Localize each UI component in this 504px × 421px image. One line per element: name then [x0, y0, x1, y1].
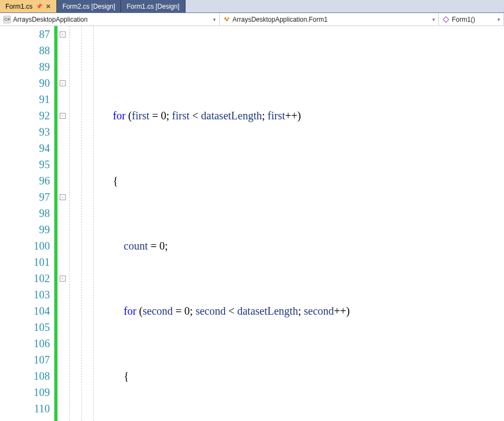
- line-number: 89: [0, 59, 50, 75]
- fold-toggle[interactable]: -: [60, 80, 66, 86]
- indent-guides: [67, 26, 84, 421]
- fold-row: [58, 42, 67, 59]
- line-number: 105: [0, 319, 50, 335]
- line-number: 91: [0, 91, 50, 107]
- fold-row: [58, 221, 67, 238]
- fold-row: [58, 238, 67, 254]
- fold-row: [58, 384, 67, 400]
- line-number: 95: [0, 156, 50, 173]
- fold-row: [58, 205, 67, 221]
- line-number: 107: [0, 352, 50, 368]
- fold-row: [58, 303, 67, 319]
- fold-row: [58, 140, 67, 156]
- chevron-down-icon: ▾: [497, 17, 500, 22]
- line-number: 102: [0, 270, 50, 286]
- member-label: Form1(): [452, 16, 475, 23]
- line-number: 90: [0, 75, 50, 91]
- fold-toggle[interactable]: -: [60, 31, 66, 37]
- fold-row: -: [58, 107, 67, 124]
- line-number: 101: [0, 254, 50, 270]
- code-line[interactable]: {: [69, 368, 504, 384]
- line-number: 88: [0, 42, 50, 59]
- line-number: 108: [0, 368, 50, 384]
- line-number: 87: [0, 26, 50, 42]
- type-label: ArraysDesktopApplication.Form1: [233, 16, 328, 23]
- svg-rect-1: [226, 19, 228, 21]
- fold-column: -----: [58, 26, 67, 421]
- fold-row: [58, 400, 67, 417]
- code-line[interactable]: for (first = 0; first < datasetLength; f…: [69, 107, 504, 124]
- code-editor[interactable]: 8788899091929394959697989910010110210310…: [0, 26, 504, 421]
- line-number: 92: [0, 107, 50, 124]
- fold-row: [58, 59, 67, 75]
- fold-row: [58, 124, 67, 140]
- fold-row: -: [58, 189, 67, 205]
- svg-rect-2: [227, 17, 229, 19]
- tab-label: Form2.cs [Design]: [62, 3, 115, 10]
- chevron-down-icon: ▾: [432, 17, 435, 22]
- line-number: 100: [0, 238, 50, 254]
- line-number: 96: [0, 173, 50, 189]
- line-number: 110: [0, 400, 50, 417]
- line-number: 104: [0, 303, 50, 319]
- fold-toggle[interactable]: -: [60, 276, 66, 282]
- fold-toggle[interactable]: -: [60, 113, 66, 119]
- close-icon[interactable]: ✕: [46, 3, 51, 10]
- pin-icon[interactable]: 📌: [36, 3, 42, 9]
- tab-label: Form1.cs [Design]: [126, 3, 179, 10]
- line-number: 97: [0, 189, 50, 205]
- line-number: 99: [0, 221, 50, 238]
- scope-label: ArraysDesktopApplication: [13, 16, 87, 23]
- line-number-gutter: 8788899091929394959697989910010110210310…: [0, 26, 54, 421]
- code-line[interactable]: {: [69, 173, 504, 189]
- fold-toggle[interactable]: -: [60, 194, 66, 200]
- fold-row: [58, 286, 67, 303]
- type-dropdown[interactable]: ArraysDesktopApplication.Form1 ▾: [220, 13, 439, 25]
- fold-row: [58, 368, 67, 384]
- tab-label: Form1.cs: [5, 3, 33, 10]
- line-number: 106: [0, 335, 50, 352]
- code-area[interactable]: for (first = 0; first < datasetLength; f…: [67, 26, 504, 421]
- fold-row: -: [58, 26, 67, 42]
- code-line[interactable]: for (second = 0; second < datasetLength;…: [69, 303, 504, 319]
- fold-row: [58, 352, 67, 368]
- method-icon: [442, 16, 450, 23]
- fold-row: -: [58, 270, 67, 286]
- tab-bar: Form1.cs 📌 ✕ Form2.cs [Design] Form1.cs …: [0, 0, 504, 13]
- code-line[interactable]: count = 0;: [69, 238, 504, 254]
- member-dropdown[interactable]: Form1() ▾: [439, 13, 504, 25]
- scope-dropdown[interactable]: C# ArraysDesktopApplication ▾: [0, 13, 220, 25]
- tab-form1-cs[interactable]: Form1.cs 📌 ✕: [0, 0, 57, 12]
- tab-form2-design[interactable]: Form2.cs [Design]: [57, 0, 121, 12]
- line-number: 109: [0, 384, 50, 400]
- fold-row: -: [58, 75, 67, 91]
- line-number: 103: [0, 286, 50, 303]
- fold-row: [58, 91, 67, 107]
- tab-form1-design[interactable]: Form1.cs [Design]: [121, 0, 185, 12]
- fold-row: [58, 319, 67, 335]
- fold-row: [58, 254, 67, 270]
- csharp-icon: C#: [3, 16, 11, 23]
- svg-rect-3: [443, 16, 449, 22]
- fold-row: [58, 156, 67, 173]
- fold-row: [58, 335, 67, 352]
- fold-row: [58, 173, 67, 189]
- line-number: 98: [0, 205, 50, 221]
- chevron-down-icon: ▾: [213, 17, 216, 22]
- navigation-bar: C# ArraysDesktopApplication ▾ ArraysDesk…: [0, 13, 504, 26]
- line-number: 93: [0, 124, 50, 140]
- class-icon: [223, 16, 231, 23]
- line-number: 94: [0, 140, 50, 156]
